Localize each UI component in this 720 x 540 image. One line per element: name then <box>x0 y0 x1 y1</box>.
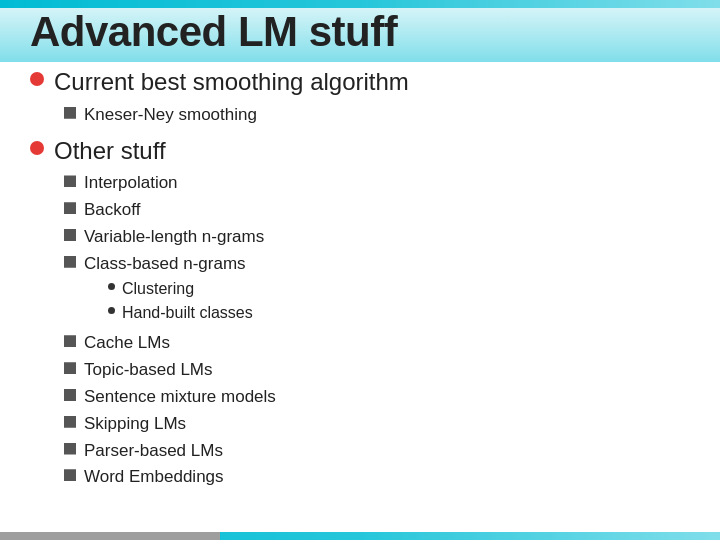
sub-sub-item-handbuilt: Hand-built classes <box>108 302 253 324</box>
main-bullet-2: Other stuff <box>30 137 700 166</box>
sub-item-2-1: Backoff <box>64 198 700 222</box>
sub-item-2-3-text: Class-based n-grams <box>84 252 253 276</box>
section-1: Current best smoothing algorithm Kneser-… <box>30 68 700 127</box>
sub-bullet-2-4 <box>64 335 76 347</box>
sub-item-2-4-text: Cache LMs <box>84 331 170 355</box>
main-bullet-2-text: Other stuff <box>54 137 166 166</box>
sub-sub-bullet-clustering <box>108 283 115 290</box>
main-bullet-1: Current best smoothing algorithm <box>30 68 700 97</box>
sub-item-2-0-text: Interpolation <box>84 171 178 195</box>
sub-item-2-6: Sentence mixture models <box>64 385 700 409</box>
sub-bullet-2-3 <box>64 256 76 268</box>
sub-bullet-2-1 <box>64 202 76 214</box>
bottom-left-accent <box>0 532 220 540</box>
sub-bullet-2-8 <box>64 443 76 455</box>
sub-sub-item-handbuilt-text: Hand-built classes <box>122 302 253 324</box>
top-bar <box>0 0 720 8</box>
sub-item-2-9-text: Word Embeddings <box>84 465 224 489</box>
sub-item-2-1-text: Backoff <box>84 198 140 222</box>
sub-item-2-4: Cache LMs <box>64 331 700 355</box>
sub-sub-item-clustering: Clustering <box>108 278 253 300</box>
sub-item-1-0: Kneser-Ney smoothing <box>64 103 700 127</box>
main-bullet-1-text: Current best smoothing algorithm <box>54 68 409 97</box>
sub-bullet-2-6 <box>64 389 76 401</box>
sub-item-2-7: Skipping LMs <box>64 412 700 436</box>
sub-item-2-5: Topic-based LMs <box>64 358 700 382</box>
content-area: Current best smoothing algorithm Kneser-… <box>30 68 700 524</box>
sub-sub-item-clustering-text: Clustering <box>122 278 194 300</box>
sub-sub-items-2-3: Clustering Hand-built classes <box>108 278 253 327</box>
page-title: Advanced LM stuff <box>30 8 397 56</box>
sub-item-2-5-text: Topic-based LMs <box>84 358 213 382</box>
sub-bullet-2-7 <box>64 416 76 428</box>
sub-item-2-7-text: Skipping LMs <box>84 412 186 436</box>
sub-item-2-2-text: Variable-length n-grams <box>84 225 264 249</box>
sub-bullet-1-0 <box>64 107 76 119</box>
sub-bullet-2-0 <box>64 175 76 187</box>
sub-item-2-0: Interpolation <box>64 171 700 195</box>
sub-item-2-2: Variable-length n-grams <box>64 225 700 249</box>
sub-item-2-3: Class-based n-grams Clustering Hand-buil… <box>64 252 700 329</box>
sub-bullet-2-5 <box>64 362 76 374</box>
red-dot-2 <box>30 141 44 155</box>
red-dot-1 <box>30 72 44 86</box>
sub-items-1: Kneser-Ney smoothing <box>64 103 700 127</box>
sub-bullet-2-9 <box>64 469 76 481</box>
sub-sub-bullet-handbuilt <box>108 307 115 314</box>
section-2: Other stuff Interpolation Backoff Variab… <box>30 137 700 490</box>
sub-item-2-8-text: Parser-based LMs <box>84 439 223 463</box>
sub-item-1-0-text: Kneser-Ney smoothing <box>84 103 257 127</box>
sub-item-2-9: Word Embeddings <box>64 465 700 489</box>
sub-item-2-8: Parser-based LMs <box>64 439 700 463</box>
sub-items-2: Interpolation Backoff Variable-length n-… <box>64 171 700 489</box>
sub-item-2-6-text: Sentence mixture models <box>84 385 276 409</box>
sub-bullet-2-2 <box>64 229 76 241</box>
